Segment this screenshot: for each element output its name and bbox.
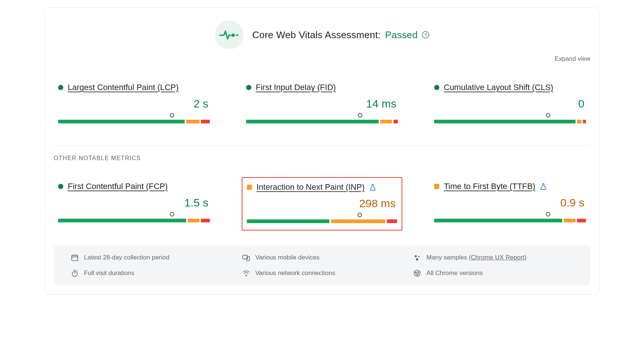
assessment-header: Core Web Vitals Assessment: Passed ?: [54, 20, 590, 49]
metric-header: First Input Delay (FID): [246, 83, 398, 92]
expand-view-link[interactable]: Expand view: [555, 55, 590, 63]
metric-value: 0: [434, 97, 584, 110]
core-metrics-row: Largest Contentful Paint (LCP)2 s First …: [54, 78, 590, 130]
metric-value: 14 ms: [246, 97, 396, 110]
flask-icon: [369, 183, 376, 191]
metric-inp: Interaction to Next Paint (INP)298 ms: [242, 177, 402, 231]
metric-name-link[interactable]: Interaction to Next Paint (INP): [256, 182, 365, 192]
status-indicator: [434, 184, 439, 189]
status-indicator: [58, 184, 63, 189]
footer-durations: Full visit durations: [71, 269, 231, 277]
metric-ttfb: Time to First Byte (TTFB)0.9 s: [430, 177, 590, 231]
distribution-bar: [247, 213, 397, 223]
calendar-icon: [71, 254, 79, 262]
distribution-bar: [434, 113, 586, 123]
svg-point-6: [418, 256, 420, 257]
status-indicator: [246, 85, 251, 90]
metadata-footer: Latest 28-day collection period Various …: [54, 245, 590, 285]
vitals-card: Core Web Vitals Assessment: Passed ? Exp…: [44, 7, 600, 295]
samples-icon: [413, 254, 421, 262]
distribution-bar: [434, 212, 586, 222]
chrome-ux-report-link[interactable]: Chrome UX Report: [471, 254, 524, 261]
footer-chrome: All Chrome versions: [413, 269, 573, 277]
flask-icon: [540, 183, 547, 190]
p75-marker: [169, 113, 175, 117]
p75-marker: [545, 113, 551, 117]
distribution-bar: [58, 212, 210, 222]
chrome-icon: [413, 269, 421, 277]
svg-rect-1: [236, 34, 238, 36]
footer-network: Various network connections: [242, 269, 402, 277]
footer-period: Latest 28-day collection period: [71, 254, 231, 262]
metric-value: 2 s: [58, 97, 208, 110]
footer-samples: Many samples (Chrome UX Report): [413, 254, 573, 262]
svg-rect-2: [72, 255, 78, 261]
svg-point-7: [416, 258, 418, 260]
metric-lcp: Largest Contentful Paint (LCP)2 s: [54, 78, 214, 130]
svg-point-0: [231, 34, 235, 37]
metric-name-link[interactable]: Time to First Byte (TTFB): [444, 182, 535, 191]
other-metrics-heading: OTHER NOTABLE METRICS: [54, 155, 590, 162]
metric-name-link[interactable]: First Input Delay (FID): [256, 83, 336, 92]
status-indicator: [247, 185, 252, 190]
metric-name-link[interactable]: First Contentful Paint (FCP): [68, 182, 168, 191]
status-indicator: [434, 85, 439, 90]
metric-fid: First Input Delay (FID)14 ms: [242, 78, 402, 130]
divider: [54, 146, 590, 146]
assessment-status: Passed: [385, 29, 418, 41]
metric-value: 0.9 s: [434, 196, 584, 209]
footer-devices: Various mobile devices: [242, 254, 402, 262]
stopwatch-icon: [71, 269, 79, 277]
pulse-icon: [215, 20, 244, 49]
metric-header: Cumulative Layout Shift (CLS): [434, 83, 586, 92]
metric-value: 298 ms: [247, 197, 396, 210]
network-icon: [242, 269, 250, 277]
p75-marker: [169, 212, 175, 216]
other-metrics-row: First Contentful Paint (FCP)1.5 s Intera…: [54, 177, 590, 231]
distribution-bar: [58, 113, 210, 123]
metric-name-link[interactable]: Cumulative Layout Shift (CLS): [444, 83, 553, 92]
metric-header: Interaction to Next Paint (INP): [247, 182, 397, 192]
metric-value: 1.5 s: [58, 196, 208, 209]
metric-header: Time to First Byte (TTFB): [434, 182, 586, 191]
metric-fcp: First Contentful Paint (FCP)1.5 s: [54, 177, 214, 231]
devices-icon: [242, 254, 250, 262]
metric-cls: Cumulative Layout Shift (CLS)0: [430, 78, 590, 130]
metric-header: Largest Contentful Paint (LCP): [58, 83, 210, 92]
svg-point-5: [415, 255, 417, 258]
status-indicator: [58, 85, 63, 90]
p75-marker: [545, 212, 551, 216]
distribution-bar: [246, 113, 398, 123]
help-icon[interactable]: ?: [422, 31, 429, 39]
p75-marker: [357, 213, 363, 217]
assessment-title-prefix: Core Web Vitals Assessment:: [252, 29, 381, 41]
p75-marker: [357, 113, 363, 117]
metric-header: First Contentful Paint (FCP): [58, 182, 210, 191]
metric-name-link[interactable]: Largest Contentful Paint (LCP): [68, 83, 179, 92]
